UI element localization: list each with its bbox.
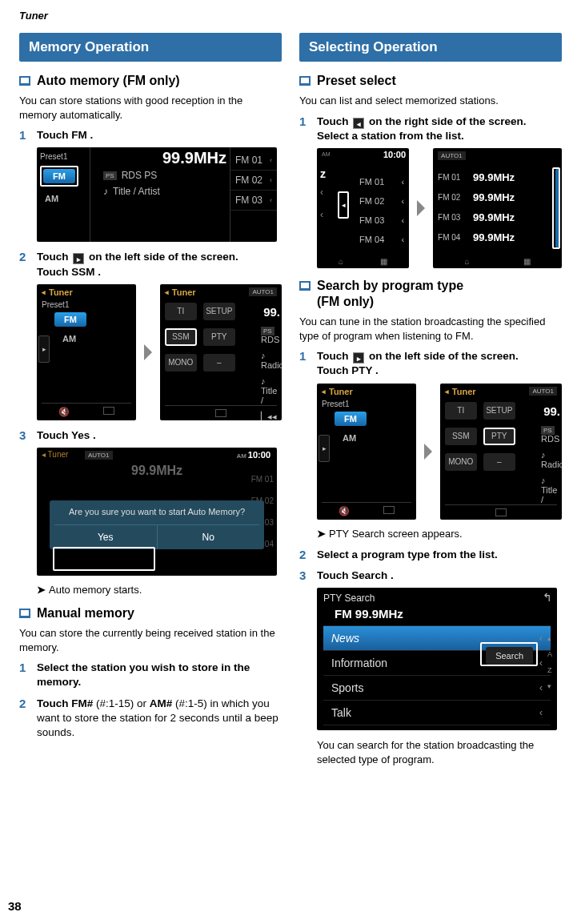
back-icon[interactable]: ↰: [543, 591, 552, 604]
mute-icon[interactable]: 🔇: [339, 506, 350, 516]
search-pty-intro: You can tune in the station broadcasting…: [299, 315, 562, 343]
radio-fragment: ♪ Radio: [539, 447, 562, 472]
am-button[interactable]: AM: [338, 431, 411, 445]
auto-badge: AUTO1: [529, 387, 557, 396]
auto-memory-step1: 1 Touch FM .: [19, 128, 282, 143]
memory-operation-heading: Memory Operation: [19, 33, 282, 62]
step-text: Select a program type from the list.: [317, 548, 498, 562]
screenshot-pty-sequence: Tuner Preset1 FM AM ▸ 🔇 Tuner AUTO1 TI S…: [317, 384, 562, 520]
pty-row-talk[interactable]: Talk‹: [323, 700, 551, 725]
preset-item[interactable]: FM 01‹: [358, 172, 406, 191]
step-text: Touch ◂ on the right side of the screen.…: [317, 114, 527, 143]
auto-memory-step2: 2 Touch ▸ on the left side of the screen…: [19, 250, 282, 279]
setup-button[interactable]: SETUP: [203, 303, 235, 320]
auto-badge: AUTO1: [438, 151, 466, 160]
drawer-handle[interactable]: ◂: [338, 191, 349, 219]
subsection-icon: [19, 609, 30, 618]
grid-icon[interactable]: ▦: [523, 257, 531, 266]
grid-icon[interactable]: [103, 407, 114, 415]
step-number: 2: [299, 548, 311, 562]
fm-button[interactable]: FM: [54, 312, 86, 327]
ssm-button[interactable]: SSM: [445, 428, 477, 445]
setup-button[interactable]: SETUP: [483, 402, 515, 420]
preset-label: Preset1: [322, 400, 411, 408]
pty-button[interactable]: PTY: [203, 328, 235, 346]
screenshot-preset-sequence: AM 10:00 z ‹ ‹ ◂ FM 01‹ FM 02‹ FM 03‹ FM…: [317, 148, 562, 268]
am-button[interactable]: AM: [58, 331, 131, 346]
chevron-right-icon: ▸: [73, 253, 84, 264]
step-number: 1: [299, 114, 311, 143]
yes-button[interactable]: Yes: [54, 524, 158, 549]
step-number: 1: [19, 661, 30, 689]
preset-item[interactable]: FM 01‹: [230, 151, 277, 171]
screenshot-pty-panel: Tuner AUTO1 TI SETUP SSM PTY MONO – 99. …: [440, 384, 562, 520]
screenshot-tuner-drawer: Tuner Preset1 FM AM ▸ 🔇: [317, 384, 416, 520]
step-number: 3: [299, 568, 311, 583]
manual-memory-subhead: Manual memory: [19, 605, 282, 621]
screenshot-preset-list: AUTO1 FM 0199.9MHz FM 0299.9MHz FM 0399.…: [433, 148, 562, 268]
preset-row[interactable]: FM 0499.9MHz: [438, 227, 551, 247]
fm-button[interactable]: FM: [43, 169, 75, 183]
preset-select-intro: You can list and select memorized statio…: [299, 94, 562, 108]
radio-fragment: ♪ Radio: [259, 348, 282, 373]
mute-icon[interactable]: 🔇: [58, 407, 70, 417]
screenshot-ssm-sequence: Tuner Preset1 FM AM ▸ 🔇 Tuner AUTO1 TI: [37, 284, 282, 420]
preset-item[interactable]: FM 04‹: [358, 230, 406, 249]
preset-row[interactable]: FM 0299.9MHz: [438, 187, 551, 207]
mono-button[interactable]: MONO: [165, 354, 197, 372]
ssm-button[interactable]: SSM: [165, 328, 197, 346]
preset-item[interactable]: FM 02‹: [358, 191, 406, 211]
ti-button[interactable]: TI: [445, 402, 477, 420]
preset-row[interactable]: FM 0199.9MHz: [438, 167, 551, 187]
step-text: Touch Search .: [317, 568, 394, 583]
manual-memory-title: Manual memory: [37, 605, 134, 621]
preset-item[interactable]: FM 02‹: [230, 171, 277, 191]
pty-category-list: News‹ Information‹ Sports‹ Talk‹ Rock: [323, 625, 551, 730]
confirm-question: Are you sure you want to start Auto Memo…: [54, 507, 259, 516]
grid-icon[interactable]: [495, 508, 507, 516]
subsection-icon: [299, 281, 311, 291]
preset-select-step1: 1 Touch ◂ on the right side of the scree…: [299, 114, 562, 143]
ti-button[interactable]: TI: [165, 303, 197, 320]
chevron-left-icon: ◂: [353, 118, 364, 129]
mono-button[interactable]: MONO: [445, 453, 477, 471]
az-scroll[interactable]: ▴ A Z ▾: [547, 634, 552, 690]
step-text: Touch FM# (#:1-15) or AM# (#:1-5) in whi…: [37, 697, 282, 741]
search-pty-title: Search by program type (FM only): [317, 278, 463, 310]
fm-button[interactable]: FM: [335, 412, 367, 426]
step-number: 1: [19, 128, 30, 143]
no-button[interactable]: No: [158, 524, 260, 549]
preset-select-subhead: Preset select: [299, 73, 562, 89]
pty-result: ➤PTY Search screen appears.: [317, 528, 562, 540]
scrollbar-highlight: [552, 167, 560, 249]
blank-button: –: [483, 453, 515, 471]
preset-item[interactable]: FM 03‹: [358, 211, 406, 230]
search-pty-step2: 2 Select a program type from the list.: [299, 548, 562, 562]
grid-icon[interactable]: [383, 506, 395, 514]
pty-row-sports[interactable]: Sports‹: [323, 675, 551, 700]
sequence-arrow-icon: [424, 444, 432, 460]
home-icon[interactable]: ⌂: [339, 257, 343, 266]
grid-icon[interactable]: [215, 409, 226, 417]
screenshot-preset-drawer: AM 10:00 z ‹ ‹ ◂ FM 01‹ FM 02‹ FM 03‹ FM…: [317, 148, 409, 268]
preset-label: Preset1: [40, 152, 67, 161]
prev-track-icon[interactable]: ▏◂◂: [259, 408, 282, 420]
pty-row-rock[interactable]: Rock: [323, 725, 551, 730]
yes-highlight: [53, 547, 155, 571]
title-fragment: ♪ Title /: [539, 472, 562, 508]
grid-icon[interactable]: ▦: [380, 257, 387, 266]
manual-memory-intro: You can store the currently being receiv…: [19, 626, 282, 654]
screenshot-fm-band: Preset1 FM AM 99.9MHz PSRDS PS ♪Title / …: [37, 147, 277, 242]
preset-row[interactable]: FM 0399.9MHz: [438, 207, 551, 227]
drawer-handle[interactable]: ▸: [319, 435, 330, 462]
pty-button[interactable]: PTY: [483, 428, 515, 445]
home-icon[interactable]: ⌂: [465, 257, 470, 266]
ghost-frequency: 99.9MHz: [42, 464, 272, 478]
manual-memory-step2: 2 Touch FM# (#:1-15) or AM# (#:1-5) in w…: [19, 697, 282, 741]
drawer-handle[interactable]: ▸: [38, 335, 50, 363]
preset-item[interactable]: FM 03‹: [230, 191, 277, 211]
step-text: Touch FM .: [37, 128, 93, 143]
am-button[interactable]: AM: [40, 191, 63, 206]
clock: AM10:00: [236, 450, 270, 460]
fm-button-highlight: FM: [40, 166, 78, 187]
